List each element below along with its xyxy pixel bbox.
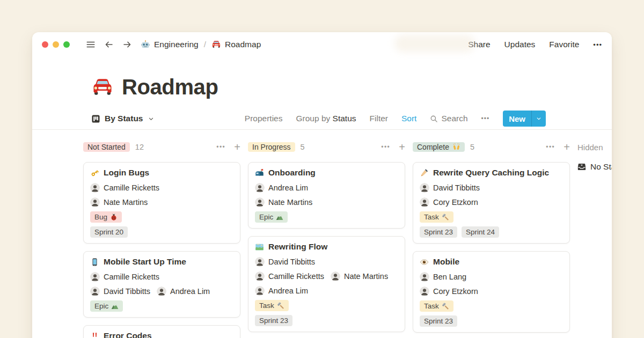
chevron-down-icon	[148, 115, 155, 122]
person-nate-martins: Nate Martins	[331, 271, 388, 281]
hammer-icon	[442, 303, 449, 310]
column-status-pill[interactable]: Not Started	[83, 142, 130, 152]
page-title-row: Roadmap	[91, 75, 612, 99]
avatar	[90, 197, 100, 207]
breadcrumb-separator: /	[204, 40, 206, 49]
column-header: Not Started12•••+	[83, 141, 240, 153]
column-add-card-button[interactable]: +	[399, 142, 405, 152]
card-title-row: Rewrite Query Caching Logic	[420, 167, 563, 179]
person-name: Andrea Lim	[170, 287, 210, 296]
column-more-button[interactable]: •••	[546, 143, 555, 151]
breadcrumb: Engineering / Roadmap	[141, 40, 261, 49]
column-status-pill[interactable]: In Progress	[248, 142, 295, 152]
breadcrumb-label: Engineering	[154, 40, 199, 49]
app-window: Engineering / Roadmap Share Updates Favo…	[32, 32, 612, 338]
forward-button[interactable]	[121, 39, 133, 50]
card-people-row: Camille Ricketts	[90, 271, 233, 282]
minimize-window-button[interactable]	[53, 41, 59, 48]
card-people-row: Nate Martins	[90, 197, 233, 208]
card-title: Login Bugs	[104, 168, 149, 178]
column-cards: OnboardingAndrea LimNate MartinsEpicRewr…	[248, 162, 405, 332]
tag-sprint-20: Sprint 20	[90, 226, 128, 238]
person-andrea-lim: Andrea Lim	[255, 286, 308, 296]
column-status-pill[interactable]: Complete	[413, 142, 465, 152]
card-title: Rewriting Flow	[268, 242, 327, 252]
breadcrumb-item-engineering[interactable]: Engineering	[141, 40, 199, 49]
kanban-card-login-bugs[interactable]: Login BugsCamille RickettsNate MartinsBu…	[83, 162, 240, 244]
kanban-card-error-codes[interactable]: Error Codes	[83, 325, 240, 338]
tag-task: Task	[420, 300, 453, 312]
mountain-icon	[111, 303, 119, 310]
column-cards: Login BugsCamille RickettsNate MartinsBu…	[83, 162, 240, 338]
chevron-down-icon	[536, 115, 542, 122]
column-actions: •••+	[216, 142, 240, 152]
column-add-card-button[interactable]: +	[564, 142, 570, 152]
person-name: Ben Lang	[433, 273, 466, 281]
card-title-row: Mobile Start Up Time	[90, 256, 233, 268]
person-camille-ricketts: Camille Ricketts	[90, 272, 159, 282]
column-header: In Progress5•••+	[248, 141, 405, 153]
hidden-group-no-status[interactable]: No Status	[577, 162, 612, 172]
board-column-not-started: Not Started12•••+Login BugsCamille Ricke…	[83, 141, 240, 338]
kanban-card-rewrite-query-caching-logic[interactable]: Rewrite Query Caching LogicDavid Tibbitt…	[413, 162, 570, 244]
updates-button[interactable]: Updates	[504, 40, 536, 49]
raised-hands-icon	[452, 143, 460, 151]
new-button[interactable]: New	[503, 111, 531, 127]
person-name: Andrea Lim	[268, 286, 308, 295]
hammer-icon	[442, 214, 449, 221]
card-people-row: Camille Ricketts	[90, 182, 233, 193]
hidden-group-label: No Status	[590, 162, 612, 172]
kanban-card-onboarding[interactable]: OnboardingAndrea LimNate MartinsEpic	[248, 162, 405, 229]
avatar	[157, 286, 166, 296]
tag-label: Epic	[259, 213, 273, 221]
filter-button[interactable]: Filter	[370, 114, 388, 123]
more-options-button[interactable]: •••	[593, 41, 602, 49]
board-column-in-progress: In Progress5•••+OnboardingAndrea LimNate…	[248, 141, 405, 332]
eye-icon	[420, 258, 429, 267]
group-by-value: Status	[333, 114, 356, 123]
sort-button[interactable]: Sort	[401, 114, 416, 123]
view-name: By Status	[105, 114, 143, 123]
column-more-button[interactable]: •••	[381, 143, 390, 151]
search-button[interactable]: Search	[430, 114, 467, 123]
person-andrea-lim: Andrea Lim	[255, 183, 308, 193]
properties-button[interactable]: Properties	[245, 114, 283, 123]
group-by-button[interactable]: Group by Status	[296, 114, 356, 123]
zoom-window-button[interactable]	[63, 41, 70, 48]
kanban-card-mobile[interactable]: MobileBen LangCory EtzkornTaskSprint 23	[413, 251, 570, 333]
card-people-row: Cory Etzkorn	[420, 197, 563, 208]
card-tag-row: Task	[255, 300, 398, 311]
column-more-button[interactable]: •••	[216, 143, 225, 151]
back-button[interactable]	[103, 39, 115, 50]
close-window-button[interactable]	[42, 41, 48, 48]
tag-sprint-23: Sprint 23	[420, 315, 457, 327]
kanban-card-rewriting-flow[interactable]: Rewriting FlowDavid TibbittsCamille Rick…	[248, 236, 405, 332]
mailbox-icon	[255, 168, 264, 178]
sidebar-menu-button[interactable]	[85, 39, 97, 50]
view-more-button[interactable]: •••	[481, 115, 490, 122]
person-name: Nate Martins	[104, 198, 148, 207]
favorite-button[interactable]: Favorite	[549, 40, 579, 49]
column-add-card-button[interactable]: +	[234, 142, 240, 152]
car-icon[interactable]	[91, 76, 114, 99]
new-dropdown-button[interactable]	[531, 111, 546, 127]
tag-sprint-24: Sprint 24	[462, 226, 499, 238]
card-tag-row: Sprint 20	[90, 226, 233, 238]
double-exclamation-icon	[90, 332, 99, 338]
breadcrumb-item-roadmap[interactable]: Roadmap	[211, 40, 261, 49]
person-david-tibbitts: David Tibbitts	[90, 286, 150, 296]
card-title-row: Login Bugs	[90, 167, 233, 179]
person-david-tibbitts: David Tibbitts	[255, 257, 315, 267]
tag-label: Sprint 23	[424, 317, 453, 325]
card-tag-row: Task	[420, 300, 563, 312]
tag-label: Sprint 23	[259, 317, 288, 325]
avatar	[90, 183, 100, 193]
view-switcher[interactable]: By Status	[91, 114, 155, 123]
share-button[interactable]: Share	[468, 40, 490, 49]
hamburger-icon	[86, 40, 96, 49]
breadcrumb-label: Roadmap	[225, 40, 261, 49]
tag-label: Bug	[94, 213, 107, 221]
column-status-label: Complete	[417, 143, 449, 151]
kanban-card-mobile-start-up-time[interactable]: Mobile Start Up TimeCamille RickettsDavi…	[83, 251, 240, 318]
inbox-icon	[577, 163, 586, 171]
